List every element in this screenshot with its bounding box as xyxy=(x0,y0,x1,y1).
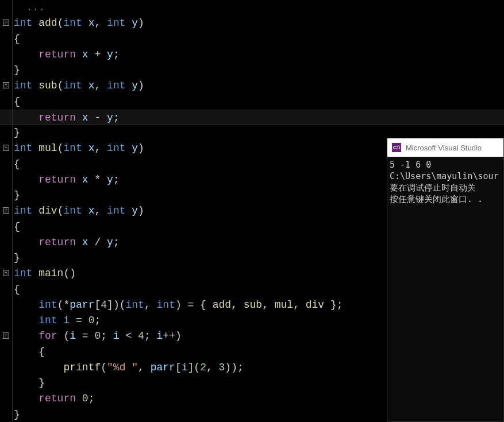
token-pun: ; xyxy=(113,174,120,185)
code-line[interactable]: } xyxy=(0,63,504,78)
token-pun: { xyxy=(14,158,20,170)
code-line[interactable]: { xyxy=(0,32,504,47)
token-pun: { xyxy=(14,33,20,45)
token-op: return xyxy=(39,112,76,123)
code-line[interactable]: -int add(int x, int y) xyxy=(0,16,504,31)
token-fn: printf xyxy=(63,362,101,373)
token-pun: () xyxy=(63,268,76,279)
fold-toggle[interactable]: - xyxy=(3,82,9,88)
token-pun: } xyxy=(14,127,20,138)
token-pun: ( xyxy=(57,80,64,91)
token-pun: ; xyxy=(89,393,95,404)
token-pun: , xyxy=(231,299,244,311)
fold-toggle[interactable]: - xyxy=(3,145,9,151)
console-title: Microsoft Visual Studio xyxy=(406,144,482,152)
token-var: i xyxy=(63,315,70,326)
token-kw: int xyxy=(107,17,125,29)
token-pun: (* xyxy=(57,299,70,311)
gutter xyxy=(0,297,13,313)
token-var: x xyxy=(82,112,89,123)
token-var: parr xyxy=(151,362,175,373)
token-var: y xyxy=(132,142,138,154)
token-pun xyxy=(14,174,39,185)
token-var: i xyxy=(113,330,120,342)
code-line[interactable]: return x + y; xyxy=(0,47,504,63)
token-pun: ++) xyxy=(163,330,181,342)
token-pun: }; xyxy=(324,299,343,311)
gutter: - xyxy=(0,141,13,156)
token-pun xyxy=(125,17,132,29)
token-pun: ; xyxy=(113,49,120,60)
token-pun: ) xyxy=(138,205,144,216)
token-var: y xyxy=(107,237,113,248)
token-var: x xyxy=(89,17,95,29)
token-kw: int xyxy=(63,17,82,29)
token-pun: , xyxy=(206,362,219,373)
code-line[interactable]: -int sub(int x, int y) xyxy=(0,78,504,94)
token-var: parr xyxy=(70,299,94,311)
vs-icon: C:\ xyxy=(392,143,401,152)
token-var: x xyxy=(82,174,89,185)
token-pun: + xyxy=(89,49,107,60)
gutter: - xyxy=(0,78,13,94)
token-pun: , xyxy=(94,17,107,29)
token-pun: ; xyxy=(94,315,101,326)
token-op: return xyxy=(39,49,76,60)
token-op: return xyxy=(39,393,76,404)
token-var: i xyxy=(70,330,76,342)
code-line[interactable]: { xyxy=(0,94,504,110)
token-pun: , xyxy=(293,299,306,311)
token-kw: int xyxy=(63,205,82,216)
gutter xyxy=(0,0,13,16)
token-pun: } xyxy=(14,377,45,389)
token-pun xyxy=(82,142,89,154)
gutter xyxy=(0,110,13,125)
console-titlebar[interactable]: C:\ Microsoft Visual Studio xyxy=(387,138,503,157)
token-var: x xyxy=(89,80,95,91)
token-pun xyxy=(82,17,89,29)
code-line[interactable]: return x - y; xyxy=(0,110,504,125)
token-num: 0 xyxy=(82,393,89,404)
token-pun xyxy=(14,362,63,373)
token-pun xyxy=(14,49,39,60)
token-pun: } xyxy=(14,189,20,201)
fold-toggle[interactable]: - xyxy=(3,332,9,339)
fold-toggle[interactable]: - xyxy=(3,270,9,276)
token-var: i xyxy=(157,330,163,342)
token-var: y xyxy=(132,205,138,216)
token-pun: ( xyxy=(57,17,64,29)
gutter xyxy=(0,391,13,406)
gutter xyxy=(0,344,13,360)
token-kw: int xyxy=(39,299,57,311)
console-window: C:\ Microsoft Visual Studio 5 -1 6 0 C:\… xyxy=(387,138,504,422)
token-pun: ( xyxy=(57,330,70,342)
token-pun: ])( xyxy=(107,299,125,311)
token-var: x xyxy=(82,237,89,248)
token-pun xyxy=(14,112,39,123)
token-pun: ; xyxy=(113,237,120,248)
gutter xyxy=(0,360,13,375)
token-num: 4 xyxy=(101,299,107,311)
token-var: y xyxy=(132,80,138,91)
gutter: - xyxy=(0,266,13,281)
token-fn: mul xyxy=(39,142,57,154)
token-pun: ) xyxy=(138,17,144,29)
token-pun: } xyxy=(14,64,20,76)
token-var: x xyxy=(89,205,95,216)
token-op: return xyxy=(39,237,76,248)
token-pun: = xyxy=(76,330,94,342)
fold-toggle[interactable]: - xyxy=(3,207,9,214)
gutter xyxy=(0,32,13,47)
token-pun: [ xyxy=(94,299,101,311)
fold-toggle[interactable]: - xyxy=(3,20,9,26)
token-pun: )); xyxy=(225,362,243,373)
gutter xyxy=(0,47,13,63)
token-kw: int xyxy=(39,315,57,326)
token-dim: ... xyxy=(14,2,45,13)
gutter xyxy=(0,219,13,235)
token-pun xyxy=(76,237,82,248)
token-pun xyxy=(14,330,39,342)
code-line[interactable]: ... xyxy=(0,0,504,16)
gutter xyxy=(0,172,13,188)
token-pun: ) = { xyxy=(175,299,213,311)
